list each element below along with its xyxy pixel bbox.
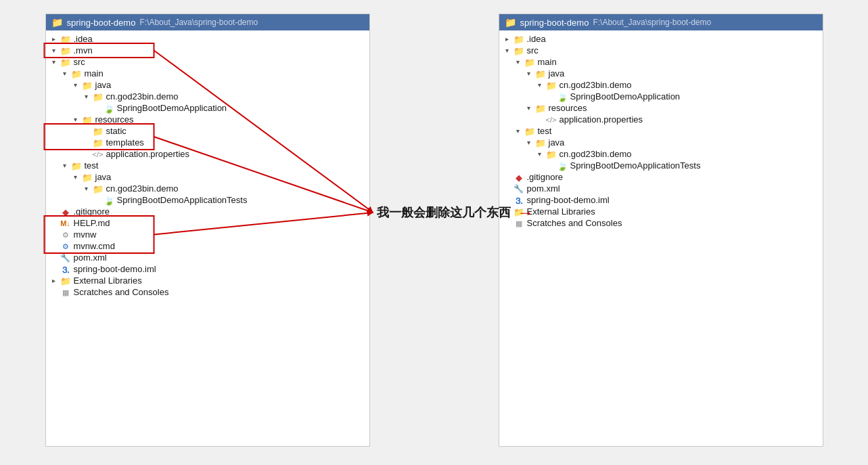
label-r-test-cn-demo: cn.god23bin.demo: [559, 149, 632, 159]
icon-test: 📁: [70, 161, 83, 171]
tree-item-mvnwcmd[interactable]: ⚙mvnw.cmd: [46, 240, 369, 252]
label-pomxml: pom.xml: [74, 252, 107, 263]
label-src: src: [74, 57, 85, 67]
tree-item-r-app-props[interactable]: </>application.properties: [499, 114, 823, 125]
label-main: main: [85, 68, 104, 79]
label-r-src: src: [527, 45, 539, 56]
tree-item-r-pomxml[interactable]: 🔧pom.xml: [499, 183, 823, 194]
label-java: java: [95, 80, 112, 90]
tree-item-r-src[interactable]: 📁src: [499, 45, 823, 56]
icon-ext-lib: 📁: [60, 276, 72, 286]
tree-item-r-cn-demo[interactable]: 📁cn.god23bin.demo: [499, 79, 823, 91]
label-iml: spring-boot-demo.iml: [74, 264, 156, 274]
tree-item-app-props[interactable]: </>application.properties: [46, 148, 369, 160]
icon-r-SpringBootTests: 🍃: [556, 161, 568, 171]
arrow-test: [60, 162, 70, 169]
icon-java: 📁: [81, 81, 93, 90]
tree-item-r-idea[interactable]: 📁.idea: [499, 33, 823, 45]
left-file-tree-panel: 📁 spring-boot-demo F:\About_Java\spring-…: [45, 14, 370, 447]
label-r-ext-lib: External Libraries: [527, 206, 595, 217]
tree-item-mvn[interactable]: 📁.mvn: [46, 45, 369, 56]
tree-item-main[interactable]: 📁main: [46, 68, 369, 79]
left-panel-title: spring-boot-demo: [67, 18, 136, 28]
arrow-r-cn-demo: [534, 81, 545, 89]
tree-item-templates[interactable]: 📁templates: [46, 137, 369, 148]
label-r-test: test: [538, 126, 552, 136]
arrow-java: [70, 81, 81, 89]
tree-item-r-java[interactable]: 📁java: [499, 68, 823, 79]
label-gitignore: .gitignore: [74, 206, 110, 217]
label-mvn: .mvn: [74, 45, 93, 56]
tree-item-cn-demo[interactable]: 📁cn.god23bin.demo: [46, 91, 369, 102]
tree-item-SpringBootTests[interactable]: 🍃SpringBootDemoApplicationTests: [46, 194, 369, 206]
tree-item-test-java[interactable]: 📁java: [46, 171, 369, 183]
tree-item-pomxml[interactable]: 🔧pom.xml: [46, 252, 369, 263]
tree-item-r-test[interactable]: 📁test: [499, 125, 823, 137]
label-resources: resources: [95, 114, 134, 125]
tree-item-src[interactable]: 📁src: [46, 56, 369, 68]
label-test-java: java: [95, 172, 112, 182]
tree-item-static[interactable]: 📁static: [46, 125, 369, 137]
icon-r-java: 📁: [534, 69, 547, 79]
tree-item-idea[interactable]: 📁.idea: [46, 33, 369, 45]
icon-r-test-java: 📁: [534, 138, 547, 148]
icon-r-test: 📁: [524, 127, 536, 136]
label-mvnw: mvnw: [74, 229, 97, 240]
tree-item-test-cn-demo[interactable]: 📁cn.god23bin.demo: [46, 183, 369, 194]
icon-SpringBootTests: 🍃: [103, 196, 115, 205]
icon-r-SpringBootApp: 🍃: [556, 92, 568, 102]
tree-item-resources[interactable]: 📁resources: [46, 114, 369, 125]
label-idea: .idea: [74, 34, 93, 44]
icon-r-test-cn-demo: 📁: [545, 150, 557, 159]
label-r-SpringBootTests: SpringBootDemoApplicationTests: [570, 160, 701, 171]
label-SpringBootApp: SpringBootDemoApplication: [117, 103, 227, 113]
icon-scratches: ▦: [60, 288, 72, 297]
arrow-test-cn-demo: [81, 185, 92, 192]
main-container: 📁 spring-boot-demo F:\About_Java\spring-…: [45, 14, 823, 447]
tree-item-gitignore[interactable]: ◆.gitignore: [46, 206, 369, 217]
tree-item-ext-lib[interactable]: 📁External Libraries: [46, 275, 369, 286]
icon-gitignore: ◆: [60, 207, 72, 217]
label-helpmd: HELP.md: [74, 218, 110, 228]
icon-helpmd: M↓: [60, 219, 72, 228]
tree-item-java[interactable]: 📁java: [46, 79, 369, 91]
icon-r-main: 📁: [524, 58, 536, 67]
tree-item-SpringBootApp[interactable]: 🍃SpringBootDemoApplication: [46, 102, 369, 114]
tree-item-test[interactable]: 📁test: [46, 160, 369, 171]
left-tree-container: 📁.idea📁.mvn📁src📁main📁java📁cn.god23bin.de…: [46, 30, 369, 301]
tree-item-r-test-cn-demo[interactable]: 📁cn.god23bin.demo: [499, 148, 823, 160]
label-r-idea: .idea: [527, 34, 546, 44]
tree-item-r-scratches[interactable]: ▦Scratches and Consoles: [499, 217, 823, 229]
tree-item-r-ext-lib[interactable]: 📁External Libraries: [499, 206, 823, 217]
label-mvnwcmd: mvnw.cmd: [74, 241, 115, 251]
tree-item-iml[interactable]: ⒊spring-boot-demo.iml: [46, 263, 369, 275]
label-r-gitignore: .gitignore: [527, 172, 563, 182]
tree-item-r-test-java[interactable]: 📁java: [499, 137, 823, 148]
label-test-cn-demo: cn.god23bin.demo: [106, 183, 179, 194]
label-static: static: [106, 126, 127, 136]
tree-item-r-main[interactable]: 📁main: [499, 56, 823, 68]
icon-templates: 📁: [92, 138, 104, 148]
icon-test-java: 📁: [81, 173, 93, 182]
tree-item-mvnw[interactable]: ⚙mvnw: [46, 229, 369, 240]
arrow-main: [60, 70, 70, 77]
tree-item-r-gitignore[interactable]: ◆.gitignore: [499, 171, 823, 183]
right-file-tree-panel: 📁 spring-boot-demo F:\About_Java\spring-…: [499, 14, 823, 447]
tree-item-r-SpringBootApp[interactable]: 🍃SpringBootDemoApplication: [499, 91, 823, 102]
label-SpringBootTests: SpringBootDemoApplicationTests: [117, 195, 248, 205]
icon-app-props: </>: [92, 150, 104, 159]
label-r-pomxml: pom.xml: [527, 183, 560, 194]
icon-mvnw: ⚙: [60, 230, 72, 240]
arrow-r-main: [513, 58, 524, 66]
label-r-test-java: java: [549, 137, 565, 148]
tree-item-scratches[interactable]: ▦Scratches and Consoles: [46, 286, 369, 298]
tree-item-r-resources[interactable]: 📁resources: [499, 102, 823, 114]
icon-resources: 📁: [81, 115, 93, 125]
label-r-app-props: application.properties: [559, 114, 643, 125]
arrow-r-resources: [524, 104, 534, 112]
left-panel-wrapper: 📁 spring-boot-demo F:\About_Java\spring-…: [45, 14, 370, 447]
tree-item-r-SpringBootTests[interactable]: 🍃SpringBootDemoApplicationTests: [499, 160, 823, 171]
icon-SpringBootApp: 🍃: [103, 104, 115, 113]
tree-item-helpmd[interactable]: M↓HELP.md: [46, 217, 369, 229]
tree-item-r-iml[interactable]: ⒊spring-boot-demo.iml: [499, 194, 823, 206]
